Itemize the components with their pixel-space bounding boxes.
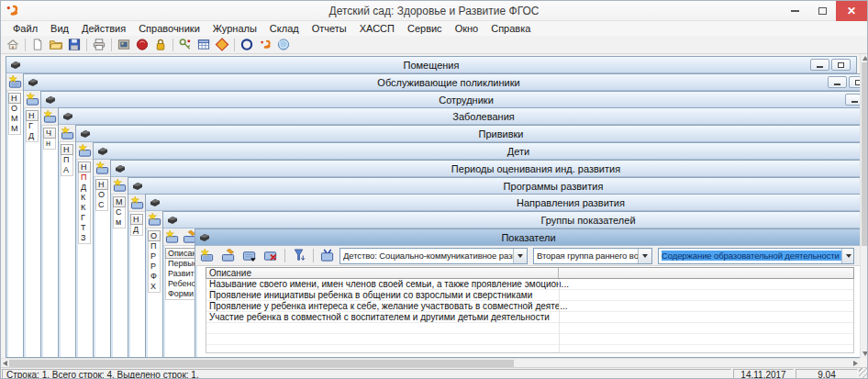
open-button[interactable]: [47, 37, 65, 53]
sliver-row[interactable]: О: [96, 190, 107, 200]
sliver-row[interactable]: О: [9, 104, 20, 114]
photo-button[interactable]: [115, 37, 133, 53]
menu-reports[interactable]: Отчеты: [306, 23, 353, 34]
sliver-row[interactable]: З: [79, 233, 90, 243]
menu-help[interactable]: Справка: [484, 23, 537, 34]
home-button[interactable]: [4, 37, 22, 53]
sliver-row[interactable]: Форми: [166, 289, 195, 299]
window-titlebar[interactable]: Группы показателей: [163, 212, 868, 229]
sliver-row[interactable]: Д: [27, 131, 38, 141]
lock-button[interactable]: [151, 37, 170, 53]
new-document-button[interactable]: [28, 37, 47, 53]
list-row[interactable]: Проявление инициативы ребенка в общении …: [206, 290, 853, 301]
mdi-vertical-scrollbar[interactable]: [860, 54, 868, 358]
save-button[interactable]: [65, 37, 83, 53]
window-titlebar[interactable]: Обслуживающие поликлиники: [24, 74, 868, 91]
add-record-icon: [78, 144, 93, 158]
column-header-empty[interactable]: [559, 268, 853, 278]
sliver-row[interactable]: С: [114, 207, 125, 217]
edit-record-button[interactable]: [219, 248, 238, 264]
sliver-row[interactable]: П: [61, 155, 72, 165]
diamond-button[interactable]: [213, 37, 231, 53]
sliver-row[interactable]: Ф: [149, 272, 160, 282]
red-sphere-button[interactable]: [133, 37, 151, 53]
globe-button[interactable]: [274, 37, 293, 53]
active-window-titlebar[interactable]: Показатели: [195, 229, 862, 246]
sliver-row[interactable]: м: [114, 217, 125, 228]
window-titlebar[interactable]: Программы развития: [128, 178, 868, 195]
menu-actions[interactable]: Действия: [75, 23, 132, 34]
scroll-right-icon[interactable]: [853, 361, 858, 366]
sliver-row[interactable]: Ребено: [166, 279, 195, 289]
sliver-row[interactable]: М: [9, 124, 20, 134]
refresh-button[interactable]: [238, 37, 256, 53]
keys-button[interactable]: [176, 37, 195, 53]
sliver-row[interactable]: н: [44, 139, 55, 149]
child-minimize-button[interactable]: [828, 76, 847, 88]
delete-record-icon: [263, 249, 278, 262]
combo-arrow-icon[interactable]: [638, 249, 651, 263]
maximize-button[interactable]: [808, 1, 836, 21]
window-titlebar[interactable]: Сотрудники: [41, 92, 868, 108]
sliver-row[interactable]: К: [79, 193, 90, 203]
sliver-row[interactable]: Развити: [166, 269, 195, 279]
minimize-button[interactable]: [781, 1, 808, 21]
delete-record-button[interactable]: [262, 248, 280, 264]
sliver-row[interactable]: Х: [149, 282, 160, 292]
table-select-button[interactable]: [318, 248, 337, 264]
window-titlebar[interactable]: Направления развития: [146, 195, 868, 211]
program-combobox[interactable]: Детство: Социально-коммуникативное разви…: [339, 248, 528, 264]
window-titlebar[interactable]: Помещения: [6, 57, 856, 73]
age-group-combobox[interactable]: Вторая группа раннего возраста: [533, 248, 652, 264]
mdi-horizontal-scrollbar[interactable]: [1, 358, 860, 367]
scroll-left-icon[interactable]: [3, 361, 7, 366]
sliver-row[interactable]: Р: [149, 262, 160, 272]
print-button[interactable]: [90, 37, 108, 53]
window-titlebar[interactable]: Заболевания: [59, 108, 868, 125]
menu-haccp[interactable]: ХАССП: [353, 23, 401, 34]
logo-small-button[interactable]: [256, 37, 274, 53]
menu-file[interactable]: Файл: [6, 23, 44, 34]
window-titlebar[interactable]: Дети: [94, 143, 868, 160]
sliver-row[interactable]: Г: [79, 213, 90, 223]
menu-service[interactable]: Сервис: [401, 23, 449, 34]
menu-window[interactable]: Окно: [449, 23, 485, 34]
window-titlebar[interactable]: Прививки: [76, 126, 868, 142]
sort-transfer-button[interactable]: [290, 248, 308, 264]
sliver-row[interactable]: Г: [27, 121, 38, 131]
sliver-row[interactable]: К: [79, 203, 90, 213]
sliver-row-selected[interactable]: П: [79, 173, 90, 183]
menu-journals[interactable]: Журналы: [206, 23, 263, 34]
sliver-row[interactable]: П: [149, 241, 160, 251]
sliver-row[interactable]: М: [9, 114, 20, 124]
combo-arrow-icon[interactable]: [841, 249, 854, 263]
add-record-button[interactable]: [198, 248, 217, 264]
sliver-row[interactable]: Д: [131, 225, 142, 235]
column-header-description[interactable]: Описание: [206, 268, 559, 278]
indicator-group-combobox[interactable]: Содержание образовательной деятельности: [658, 248, 854, 264]
vertical-scroll-thumb[interactable]: [862, 62, 868, 246]
menu-view[interactable]: Вид: [44, 23, 75, 34]
table-menu-button[interactable]: [240, 248, 259, 264]
window-titlebar[interactable]: Периоды оценивания инд. развития: [111, 161, 868, 177]
child-restore-button[interactable]: [831, 59, 851, 71]
horizontal-scroll-thumb[interactable]: [9, 360, 514, 367]
sliver-row[interactable]: А: [61, 165, 72, 175]
resize-grip[interactable]: [859, 368, 867, 379]
sliver-row[interactable]: Т: [79, 223, 90, 233]
sliver-row[interactable]: Р: [149, 251, 160, 262]
close-button[interactable]: ✕: [836, 1, 867, 21]
sliver-row[interactable]: Первые: [166, 259, 195, 269]
menu-references[interactable]: Справочники: [132, 23, 206, 34]
menu-warehouse[interactable]: Склад: [263, 23, 306, 34]
child-minimize-button[interactable]: [810, 59, 829, 71]
scroll-up-icon[interactable]: [862, 56, 868, 61]
sliver-row[interactable]: С: [96, 200, 107, 210]
table-button[interactable]: [195, 37, 213, 53]
sliver-row[interactable]: Д: [79, 183, 90, 193]
combo-arrow-icon[interactable]: [513, 249, 527, 263]
list-row[interactable]: Участие ребенка в совместной с воспитате…: [206, 312, 853, 323]
list-row[interactable]: Называние своего имени, имен членов свое…: [206, 279, 853, 290]
scroll-down-icon[interactable]: [862, 351, 868, 356]
list-row[interactable]: Проявление у ребенка интереса к себе, же…: [206, 301, 853, 312]
